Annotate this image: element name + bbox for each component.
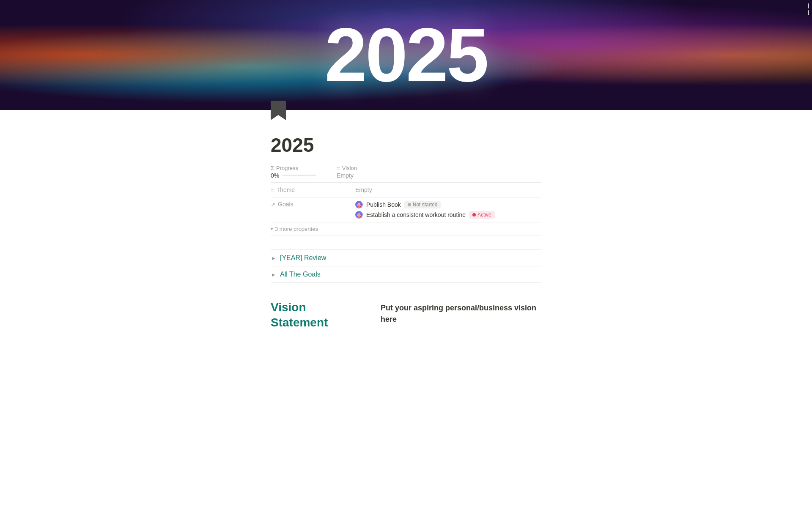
status-badge-active: Active <box>469 211 495 219</box>
vision-property: ≡ Vision Empty <box>337 165 357 179</box>
all-goals-section[interactable]: ▶ All The Goals <box>271 266 541 283</box>
more-properties[interactable]: ▾ 3 more properties <box>271 222 541 236</box>
goals-value: 🎯 Publish Book Not started 🎯 Establish a… <box>355 197 541 222</box>
goal-item-workout: 🎯 Establish a consistent workout routine… <box>355 211 541 219</box>
theme-value: Empty <box>355 183 541 197</box>
top-properties: Σ Progress 0% ≡ Vision Empty <box>271 162 541 183</box>
progress-bar <box>283 175 316 176</box>
main-content: 2025 Σ Progress 0% ≡ Vision Empty <box>237 134 575 339</box>
goals-row: ↗ Goals 🎯 Publish Book Not started <box>271 197 541 222</box>
sections-area: ▶ [YEAR] Review ▶ All The Goals <box>271 249 541 283</box>
progress-label: Σ Progress <box>271 165 316 171</box>
triangle-icon-1: ▶ <box>271 255 277 261</box>
goal-icon-1: 🎯 <box>355 201 363 208</box>
theme-row: ≡ Theme Empty <box>271 183 541 197</box>
detail-properties: ≡ Theme Empty ↗ Goals 🎯 Publish Book <box>271 183 541 236</box>
goal-name-2[interactable]: Establish a consistent workout routine <box>366 211 466 218</box>
progress-property: Σ Progress 0% <box>271 165 316 179</box>
progress-value: 0% <box>271 172 316 179</box>
goal-name-1[interactable]: Publish Book <box>366 201 401 208</box>
goals-label: ↗ Goals <box>271 197 355 211</box>
goals-list: 🎯 Publish Book Not started 🎯 Establish a… <box>355 201 541 219</box>
goal-item-publish-book: 🎯 Publish Book Not started <box>355 201 541 208</box>
hero-banner: 2025 <box>0 0 812 110</box>
hero-year: 2025 <box>325 17 487 93</box>
dot-pink <box>472 213 476 217</box>
vision-value: Empty <box>337 172 357 179</box>
vision-label: ≡ Vision <box>337 165 357 171</box>
year-review-label: [YEAR] Review <box>280 254 326 262</box>
sigma-icon: Σ <box>271 165 274 171</box>
vision-description: Put your aspiring personal/business visi… <box>381 300 541 331</box>
triangle-icon-2: ▶ <box>271 271 277 277</box>
scrollbar[interactable] <box>805 0 812 339</box>
vision-title: VisionStatement <box>271 300 364 331</box>
arrow-icon: ↗ <box>271 201 275 208</box>
lines-icon: ≡ <box>337 165 340 171</box>
all-goals-label: All The Goals <box>280 271 321 278</box>
scroll-handle-1 <box>808 3 809 8</box>
goal-icon-2: 🎯 <box>355 211 363 219</box>
year-review-section[interactable]: ▶ [YEAR] Review <box>271 250 541 266</box>
theme-label: ≡ Theme <box>271 183 355 197</box>
status-badge-not-started: Not started <box>404 201 441 208</box>
scroll-handle-2 <box>808 10 809 15</box>
page-title: 2025 <box>271 134 541 156</box>
page-icon <box>271 101 286 122</box>
lines-icon-2: ≡ <box>271 187 274 193</box>
vision-section: VisionStatement Put your aspiring person… <box>271 283 541 339</box>
dot-gray <box>408 203 411 206</box>
chevron-down-icon: ▾ <box>271 226 273 232</box>
